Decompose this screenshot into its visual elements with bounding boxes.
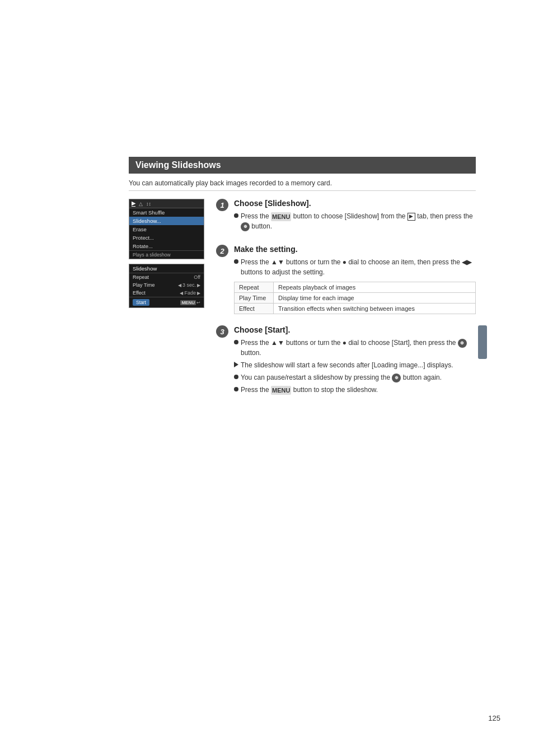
right-accent-bar — [478, 325, 487, 359]
menu-description: Plays a slideshow — [129, 250, 204, 259]
table-row: Repeat Repeats playback of images — [235, 282, 476, 293]
step-3-number: 3 — [216, 325, 229, 339]
step-1-heading: Choose [Slideshow]. — [234, 199, 476, 208]
camera-mockups: ▶ △ ↕↕ Smart Shuffle Slideshow... Erase … — [129, 199, 207, 408]
step-3-bullet-1: Press the ▲▼ buttons or turn the ● dial … — [234, 338, 476, 358]
table-cell-label: Effect — [235, 304, 274, 314]
step-1-bullet-1: Press the MENU button to choose [Slidesh… — [234, 211, 476, 231]
bullet-icon — [234, 213, 238, 218]
start-button[interactable]: Start — [133, 299, 149, 306]
table-cell-desc: Transition effects when switching betwee… — [274, 304, 476, 314]
triangle-icon — [234, 362, 238, 367]
page-number: 125 — [488, 714, 500, 722]
menu-label: MENU↩ — [180, 300, 200, 305]
menu-item-smartshuffle: Smart Shuffle — [129, 208, 204, 217]
step-3-bullet-4: Press the MENU button to stop the slides… — [234, 385, 476, 395]
step-2-number: 2 — [216, 245, 229, 258]
step-1-body: Press the MENU button to choose [Slidesh… — [234, 211, 476, 231]
table-cell-label: Play Time — [235, 293, 274, 304]
playtime-label: Play Time — [133, 282, 155, 288]
step-3-heading: Choose [Start]. — [234, 325, 476, 334]
repeat-value: Off — [194, 274, 200, 280]
step-3-bullet-2: The slideshow will start a few seconds a… — [234, 360, 476, 370]
menu-topbar: ▶ △ ↕↕ — [129, 199, 204, 208]
settings-footer: Start MENU↩ — [129, 297, 204, 307]
step-2: 2 Make the setting. Press the ▲▼ buttons… — [216, 245, 476, 314]
step-3-body: Press the ▲▼ buttons or turn the ● dial … — [234, 338, 476, 395]
bullet-icon — [234, 375, 238, 379]
menu-tab-play: ▶ — [132, 200, 135, 207]
section-title-box: Viewing Slideshows — [129, 157, 476, 174]
bullet-icon — [234, 340, 238, 344]
step-2-content: Make the setting. Press the ▲▼ buttons o… — [234, 245, 476, 314]
menu-tab-scenes: △ — [139, 201, 143, 207]
settings-row-playtime: Play Time ◀ 3 sec. ▶ — [129, 281, 204, 289]
settings-table: Repeat Repeats playback of images Play T… — [234, 282, 476, 314]
settings-row-repeat: Repeat Off — [129, 273, 204, 281]
menu-tab-settings: ↕↕ — [146, 201, 151, 207]
step-1-content: Choose [Slideshow]. Press the MENU butto… — [234, 199, 476, 234]
menu-item-erase: Erase — [129, 225, 204, 234]
step-2-heading: Make the setting. — [234, 245, 476, 254]
effect-label: Effect — [133, 290, 146, 296]
menu-item-slideshow: Slideshow... — [129, 217, 204, 225]
menu-item-rotate: Rotate... — [129, 242, 204, 250]
bullet-icon — [234, 387, 238, 391]
section-title: Viewing Slideshows — [135, 160, 469, 170]
table-cell-desc: Display time for each image — [274, 293, 476, 304]
table-row: Effect Transition effects when switching… — [235, 304, 476, 314]
effect-value: ◀ Fade ▶ — [180, 290, 200, 296]
playtime-value: ◀ 3 sec. ▶ — [178, 282, 200, 288]
steps-area: ▶ △ ↕↕ Smart Shuffle Slideshow... Erase … — [129, 199, 476, 408]
menu-screen: ▶ △ ↕↕ Smart Shuffle Slideshow... Erase … — [129, 199, 204, 259]
step-2-body: Press the ▲▼ buttons or turn the ● dial … — [234, 257, 476, 277]
step-1: 1 Choose [Slideshow]. Press the MENU but… — [216, 199, 476, 234]
settings-row-effect: Effect ◀ Fade ▶ — [129, 289, 204, 297]
repeat-label: Repeat — [133, 274, 149, 280]
settings-screen: Slideshow Repeat Off Play Time ◀ 3 sec. … — [129, 264, 204, 308]
table-cell-label: Repeat — [235, 282, 274, 293]
step-3-bullet-3: You can pause/restart a slideshow by pre… — [234, 372, 476, 382]
table-cell-desc: Repeats playback of images — [274, 282, 476, 293]
bullet-icon — [234, 259, 238, 264]
step-2-bullet-1: Press the ▲▼ buttons or turn the ● dial … — [234, 257, 476, 277]
menu-item-protect: Protect... — [129, 234, 204, 242]
intro-text: You can automatically play back images r… — [129, 179, 476, 191]
settings-title: Slideshow — [129, 264, 204, 273]
table-row: Play Time Display time for each image — [235, 293, 476, 304]
step-3: 3 Choose [Start]. Press the ▲▼ buttons o… — [216, 325, 476, 397]
instructions: 1 Choose [Slideshow]. Press the MENU but… — [216, 199, 476, 408]
step-3-content: Choose [Start]. Press the ▲▼ buttons or … — [234, 325, 476, 397]
step-1-number: 1 — [216, 199, 229, 212]
